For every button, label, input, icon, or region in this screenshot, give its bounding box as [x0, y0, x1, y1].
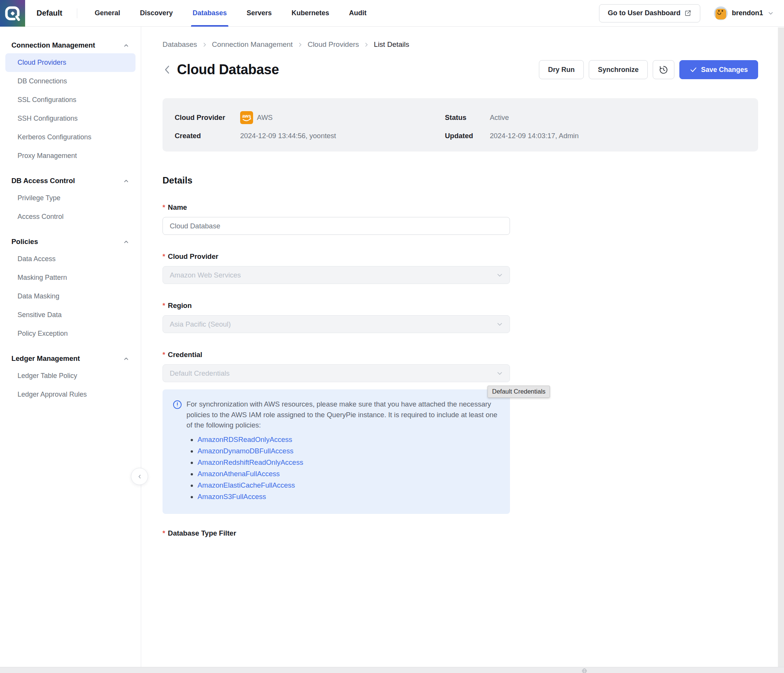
- cloud-provider-select[interactable]: Amazon Web Services: [163, 266, 510, 284]
- summary-updated-value: 2024-12-09 14:03:17, Admin: [490, 132, 578, 140]
- summary-cloud-provider-value: AWS: [257, 113, 272, 122]
- go-to-user-dashboard-label: Go to User Dashboard: [608, 9, 680, 17]
- chevron-up-icon: [123, 42, 129, 49]
- history-icon: [659, 65, 668, 75]
- vertical-scrollbar[interactable]: [778, 27, 784, 673]
- required-marker: *: [163, 351, 165, 359]
- querypie-logo[interactable]: [0, 0, 25, 27]
- app-window: Default General Discovery Databases Serv…: [0, 0, 784, 673]
- chevron-down-icon: [496, 271, 504, 279]
- policy-link-elasticache[interactable]: AmazonElastiCacheFullAccess: [198, 481, 295, 489]
- go-to-user-dashboard-button[interactable]: Go to User Dashboard: [599, 4, 700, 22]
- tab-kubernetes[interactable]: Kubernetes: [282, 0, 339, 27]
- field-name: * Name: [163, 203, 510, 235]
- chevron-right-icon: [202, 42, 207, 48]
- tab-servers[interactable]: Servers: [237, 0, 282, 27]
- save-changes-button[interactable]: Save Changes: [679, 60, 758, 79]
- chevron-right-icon: [363, 42, 369, 48]
- chevron-up-icon: [123, 178, 129, 184]
- name-label: * Name: [163, 203, 510, 212]
- name-input[interactable]: [163, 217, 510, 235]
- sidebar-item-data-masking[interactable]: Data Masking: [5, 287, 135, 306]
- chevron-down-icon: [496, 321, 504, 328]
- breadcrumb-list-details: List Details: [374, 40, 409, 49]
- sidebar-section-connection-management: Connection Management Cloud Providers DB…: [0, 37, 141, 165]
- database-type-filter-label: * Database Type Filter: [163, 529, 510, 537]
- check-icon: [690, 66, 697, 73]
- policy-link-dynamodb[interactable]: AmazonDynamoDBFullAccess: [198, 447, 293, 455]
- policy-list-item: AmazonDynamoDBFullAccess: [198, 445, 499, 457]
- sidebar-collapse-button[interactable]: [131, 468, 148, 485]
- required-marker: *: [163, 529, 165, 537]
- tab-general[interactable]: General: [85, 0, 130, 27]
- details-heading: Details: [163, 175, 784, 186]
- breadcrumb-cloud-providers[interactable]: Cloud Providers: [308, 40, 359, 49]
- sidebar-section-ledger-management: Ledger Management Ledger Table Policy Le…: [0, 351, 141, 404]
- chevron-down-icon: [496, 370, 504, 377]
- sidebar-item-sensitive-data[interactable]: Sensitive Data: [5, 306, 135, 324]
- chevron-up-icon: [123, 239, 129, 245]
- policy-link-s3[interactable]: AmazonS3FullAccess: [198, 493, 266, 501]
- region-select[interactable]: Asia Pacific (Seoul): [163, 315, 510, 333]
- tab-audit[interactable]: Audit: [339, 0, 376, 27]
- workspace-name: Default: [37, 9, 62, 18]
- sidebar-item-kerberos-configurations[interactable]: Kerberos Configurations: [5, 128, 135, 147]
- page-title-row: Cloud Database Dry Run Synchronize: [163, 60, 758, 79]
- username: brendon1: [732, 9, 763, 17]
- tab-discovery[interactable]: Discovery: [130, 0, 183, 27]
- sidebar-item-data-access[interactable]: Data Access: [5, 250, 135, 268]
- policy-link-redshift[interactable]: AmazonRedshiftReadOnlyAccess: [198, 458, 303, 466]
- policy-list-item: AmazonS3FullAccess: [198, 491, 499, 502]
- sidebar-item-privilege-type[interactable]: Privilege Type: [5, 189, 135, 207]
- sidebar-item-ssh-configurations[interactable]: SSH Configurations: [5, 109, 135, 128]
- policy-link-rds[interactable]: AmazonRDSReadOnlyAccess: [198, 435, 292, 443]
- summary-status-row: Status Active: [445, 111, 758, 124]
- header-divider: [77, 8, 77, 18]
- sidebar-item-ledger-table-policy[interactable]: Ledger Table Policy: [5, 367, 135, 385]
- credential-select[interactable]: Default Credentials: [163, 364, 510, 382]
- required-marker: *: [163, 302, 165, 310]
- sidebar-item-ssl-configurations[interactable]: SSL Configurations: [5, 91, 135, 109]
- summary-created-label: Created: [175, 132, 240, 140]
- policy-list-item: AmazonElastiCacheFullAccess: [198, 480, 499, 491]
- cloud-provider-label: * Cloud Provider: [163, 252, 510, 261]
- sidebar-section-header-policies[interactable]: Policies: [0, 234, 141, 250]
- summary-created-value: 2024-12-09 13:44:56, yoontest: [240, 132, 336, 140]
- chevron-left-icon: [163, 63, 172, 76]
- breadcrumb-databases[interactable]: Databases: [163, 40, 197, 49]
- policy-link-athena[interactable]: AmazonAthenaFullAccess: [198, 470, 280, 478]
- sidebar-item-policy-exception[interactable]: Policy Exception: [5, 324, 135, 343]
- credential-select-value: Default Credentials: [170, 369, 229, 378]
- sidebar-item-cloud-providers[interactable]: Cloud Providers: [5, 53, 135, 72]
- sidebar-section-header-ledger-management[interactable]: Ledger Management: [0, 351, 141, 367]
- credential-tooltip: Default Credentials: [488, 386, 550, 398]
- aws-policy-notice: For synchronization with AWS resources, …: [163, 389, 510, 514]
- sidebar-item-proxy-management[interactable]: Proxy Management: [5, 147, 135, 165]
- summary-status-label: Status: [445, 113, 490, 122]
- sidebar-item-ledger-approval-rules[interactable]: Ledger Approval Rules: [5, 385, 135, 404]
- tab-databases[interactable]: Databases: [183, 0, 237, 27]
- chevron-left-icon: [137, 474, 143, 480]
- breadcrumb-connection-management[interactable]: Connection Management: [212, 40, 293, 49]
- sidebar-item-masking-pattern[interactable]: Masking Pattern: [5, 268, 135, 287]
- policy-list-item: AmazonAthenaFullAccess: [198, 468, 499, 480]
- summary-updated-row: Updated 2024-12-09 14:03:17, Admin: [445, 129, 758, 142]
- sidebar-section-policies: Policies Data Access Masking Pattern Dat…: [0, 234, 141, 343]
- user-menu[interactable]: brendon1: [714, 6, 774, 20]
- synchronize-button[interactable]: Synchronize: [589, 60, 648, 79]
- sidebar-section-header-db-access-control[interactable]: DB Access Control: [0, 173, 141, 189]
- summary-created-row: Created 2024-12-09 13:44:56, yoontest: [175, 129, 445, 142]
- chevron-right-icon: [297, 42, 303, 48]
- back-button[interactable]: [163, 63, 172, 76]
- notice-policy-list: AmazonRDSReadOnlyAccess AmazonDynamoDBFu…: [198, 434, 499, 502]
- summary-cloud-provider-row: Cloud Provider aws AWS: [175, 111, 445, 124]
- sidebar-section-header-connection-management[interactable]: Connection Management: [0, 37, 141, 53]
- field-region: * Region Asia Pacific (Seoul): [163, 301, 510, 333]
- avatar: [714, 6, 728, 20]
- sidebar-item-db-connections[interactable]: DB Connections: [5, 72, 135, 91]
- history-button[interactable]: [653, 60, 674, 79]
- sidebar-section-db-access-control: DB Access Control Privilege Type Access …: [0, 173, 141, 226]
- notice-text: For synchronization with AWS resources, …: [186, 399, 499, 431]
- dry-run-button[interactable]: Dry Run: [539, 60, 584, 79]
- sidebar-item-access-control[interactable]: Access Control: [5, 207, 135, 226]
